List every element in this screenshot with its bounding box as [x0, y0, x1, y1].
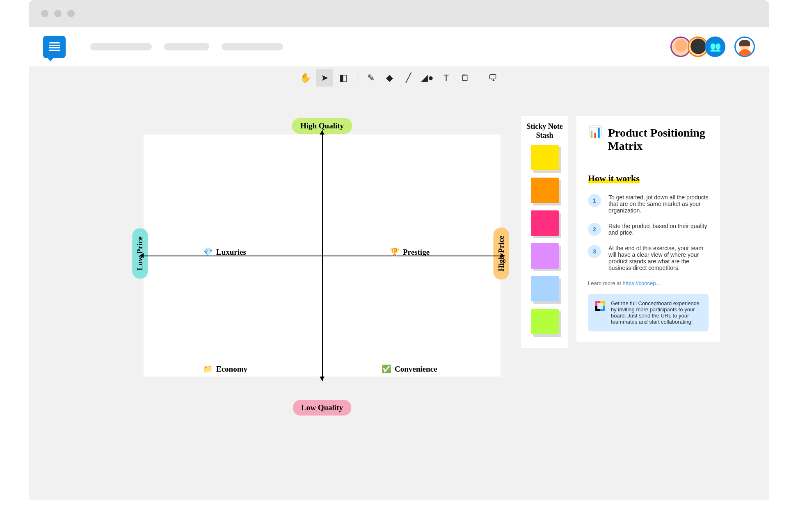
diamond-icon: 💎: [203, 247, 213, 257]
sticky-note-stash: Sticky Note Stash: [521, 116, 568, 348]
arrow-left-icon: [139, 253, 144, 258]
crumb-placeholder: [164, 43, 209, 50]
sticky-note-yellow[interactable]: [531, 145, 559, 170]
arrow-right-icon: [501, 253, 505, 258]
how-it-works-title: How it works: [588, 173, 709, 184]
arrow-up-icon: [320, 130, 325, 135]
sticky-note-orange[interactable]: [531, 178, 559, 203]
folder-icon: 📁: [203, 364, 213, 374]
trophy-icon: 🏆: [390, 247, 400, 257]
sticky-note-pink[interactable]: [531, 210, 559, 236]
line-tool-icon[interactable]: ╱: [400, 69, 417, 87]
positioning-matrix: High Quality Low Quality Low Price High …: [127, 114, 517, 393]
step-text: Rate the product based on their quality …: [608, 223, 709, 236]
step: 1To get started, jot down all the produc…: [588, 194, 709, 214]
text-tool-icon[interactable]: T: [438, 69, 455, 87]
panel-title: Product Positioning Matrix: [608, 126, 709, 153]
promo-text: Get the full Conceptboard experience by …: [611, 300, 701, 325]
collaborator-avatars: [674, 37, 755, 57]
check-icon: ✅: [382, 364, 391, 374]
sticky-note-blue[interactable]: [531, 276, 559, 301]
step: 2Rate the product based on their quality…: [588, 223, 709, 236]
step-text: At the end of this exercise, your team w…: [608, 245, 709, 271]
marker-tool-icon[interactable]: ◆: [381, 69, 398, 87]
comment-tool-icon[interactable]: 🗨: [484, 69, 501, 87]
step: 3At the end of this exercise, your team …: [588, 245, 709, 271]
quadrant-economy: 📁 Economy: [203, 364, 247, 374]
app-logo[interactable]: [43, 36, 66, 58]
select-tool-icon[interactable]: ➤: [316, 69, 333, 87]
current-user-avatar[interactable]: [734, 37, 755, 57]
toolbar-divider: [357, 72, 357, 84]
info-panel: 📊 Product Positioning Matrix How it work…: [576, 116, 720, 342]
chart-icon: 📊: [588, 126, 602, 138]
traffic-light-dot: [54, 10, 62, 17]
window-title-bar: [29, 0, 769, 27]
step-number: 1: [588, 194, 601, 207]
step-text: To get started, jot down all the product…: [608, 194, 709, 214]
shape-tool-icon[interactable]: ◢●: [419, 69, 436, 87]
learn-more-link[interactable]: https://concep…: [623, 280, 661, 286]
crumb-placeholder: [90, 43, 152, 50]
quadrant-convenience: ✅ Convenience: [382, 364, 437, 374]
arrow-down-icon: [320, 377, 325, 381]
traffic-light-dot: [41, 10, 48, 17]
step-number: 3: [588, 245, 601, 258]
axis-label-bottom: Low Quality: [293, 400, 351, 416]
sticky-note-purple[interactable]: [531, 243, 559, 269]
sticky-note-green[interactable]: [531, 309, 559, 334]
learn-more: Learn more at https://concep…: [588, 280, 709, 286]
quadrant-prestige: 🏆 Prestige: [390, 247, 430, 257]
step-number: 2: [588, 223, 601, 236]
eraser-tool-icon[interactable]: ◧: [335, 69, 352, 87]
sticky-stash-title: Sticky Note Stash: [526, 122, 563, 140]
crumb-placeholder: [222, 43, 283, 50]
quadrant-luxuries: 💎 Luxuries: [203, 247, 246, 257]
traffic-light-dot: [67, 10, 75, 17]
pan-tool-icon[interactable]: ✋: [297, 69, 314, 87]
breadcrumb: [90, 43, 283, 50]
canvas[interactable]: High Quality Low Quality Low Price High …: [57, 89, 741, 500]
toolbar-divider: [479, 72, 479, 84]
pen-tool-icon[interactable]: ✎: [362, 69, 380, 87]
promo-box: Get the full Conceptboard experience by …: [588, 294, 709, 331]
conceptboard-logo-icon: [595, 301, 605, 311]
horizontal-axis: [139, 256, 505, 256]
note-tool-icon[interactable]: 🗒: [457, 69, 474, 87]
add-collaborator-icon[interactable]: [705, 37, 725, 57]
toolbar: ✋ ➤ ◧ ✎ ◆ ╱ ◢● T 🗒 🗨: [29, 66, 769, 89]
app-header: [29, 27, 769, 66]
